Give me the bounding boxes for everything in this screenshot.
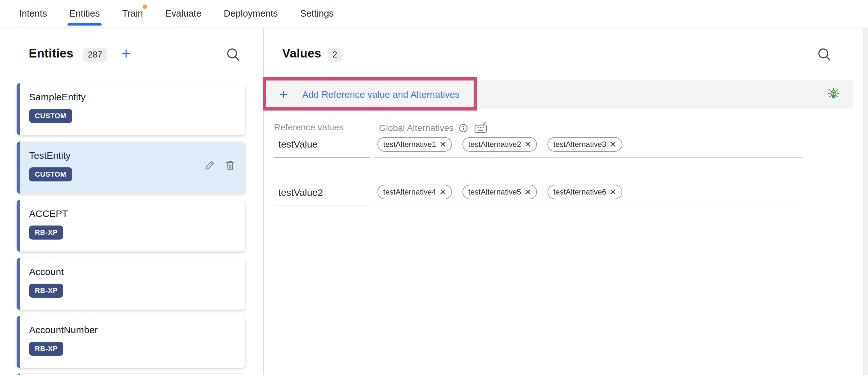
- entity-accent-bar: [17, 373, 20, 375]
- remove-chip-icon[interactable]: ✕: [610, 140, 617, 149]
- entity-accent-bar: [17, 316, 20, 368]
- add-reference-value-button[interactable]: + Add Reference value and Alternatives: [267, 80, 852, 109]
- remove-chip-icon[interactable]: ✕: [524, 188, 531, 196]
- entity-type-badge: CUSTOM: [29, 167, 72, 181]
- app-root: Intents Entities Train Evaluate Deployme…: [0, 0, 868, 375]
- tab-label: Train: [122, 8, 143, 19]
- reference-values-header: Reference values: [274, 122, 344, 132]
- remove-chip-icon[interactable]: ✕: [439, 188, 446, 196]
- entity-name: AccountNumber: [29, 324, 98, 335]
- tab-label: Entities: [69, 8, 100, 19]
- reference-value-field[interactable]: testValue2: [278, 187, 323, 198]
- entity-name: ACCEPT: [29, 208, 68, 219]
- tab-intents[interactable]: Intents: [19, 0, 47, 27]
- remove-chip-icon[interactable]: ✕: [610, 188, 617, 196]
- alternative-chip[interactable]: testAlternative5 ✕: [462, 185, 537, 199]
- entity-type-badge: RB-XP: [29, 225, 63, 240]
- entity-name: TestEntity: [29, 150, 71, 161]
- tab-label: Deployments: [224, 8, 278, 19]
- alternative-chip[interactable]: testAlternative6 ✕: [548, 185, 622, 199]
- reference-value-field[interactable]: testValue: [278, 139, 318, 150]
- tab-settings[interactable]: Settings: [300, 0, 334, 27]
- add-entity-button[interactable]: +: [121, 46, 131, 61]
- chip-label: testAlternative1: [383, 140, 436, 149]
- entity-card-account[interactable]: Account RB-XP: [17, 258, 245, 310]
- tab-label: Evaluate: [165, 8, 202, 19]
- entity-accent-bar: [17, 258, 20, 310]
- global-alternatives-header-group: Global Alternatives: [379, 121, 488, 135]
- tab-label: Settings: [300, 8, 334, 19]
- alternative-chip[interactable]: testAlternative4 ✕: [377, 185, 452, 199]
- alternatives-chip-row: testAlternative1 ✕ testAlternative2 ✕ te…: [377, 137, 622, 152]
- scrollbar-gutter: [863, 28, 868, 375]
- values-count-badge: 2: [328, 48, 342, 62]
- entity-card-testentity[interactable]: TestEntity CUSTOM: [17, 142, 245, 194]
- entity-type-badge: RB-XP: [29, 284, 63, 298]
- alternatives-underline: [374, 205, 803, 206]
- tab-entities[interactable]: Entities: [69, 0, 100, 27]
- values-panel: Values 2 + Add Reference value and Alter…: [264, 28, 863, 375]
- tab-deployments[interactable]: Deployments: [224, 0, 278, 27]
- reference-value-underline: [274, 205, 370, 206]
- global-alternatives-header: Global Alternatives: [379, 123, 454, 133]
- remove-chip-icon[interactable]: ✕: [439, 140, 446, 149]
- alternatives-underline: [374, 157, 803, 158]
- alternative-chip[interactable]: testAlternative2 ✕: [462, 137, 537, 152]
- values-search-icon[interactable]: [817, 47, 832, 62]
- info-circle-icon[interactable]: [459, 123, 468, 133]
- active-tab-indicator: [67, 23, 102, 26]
- chip-label: testAlternative6: [553, 187, 606, 196]
- entity-card-accountnumber[interactable]: AccountNumber RB-XP: [17, 316, 245, 368]
- entities-search-icon[interactable]: [226, 47, 240, 62]
- entity-accent-bar: [17, 83, 20, 135]
- entity-accent-bar: [17, 142, 20, 194]
- entity-type-badge: RB-XP: [29, 342, 63, 356]
- edit-entity-icon[interactable]: [204, 159, 216, 171]
- top-nav: Intents Entities Train Evaluate Deployme…: [0, 0, 868, 28]
- keyboard-icon[interactable]: [473, 121, 488, 135]
- lightbulb-icon[interactable]: [826, 87, 841, 101]
- chip-label: testAlternative2: [468, 140, 521, 149]
- plus-icon: +: [279, 87, 288, 102]
- entity-accent-bar: [17, 200, 20, 252]
- entities-panel: Entities 287 + SampleEntity CUSTOM TestE…: [0, 28, 264, 375]
- notification-dot: [143, 4, 147, 9]
- chip-label: testAlternative5: [468, 187, 521, 196]
- chip-label: testAlternative4: [383, 187, 436, 196]
- entity-name: SampleEntity: [29, 92, 86, 102]
- entities-panel-title: Entities: [29, 46, 73, 60]
- tab-label: Intents: [19, 8, 47, 19]
- entity-card-partial[interactable]: [17, 373, 245, 375]
- tab-evaluate[interactable]: Evaluate: [165, 0, 202, 27]
- entity-type-badge: CUSTOM: [29, 109, 72, 123]
- tab-train[interactable]: Train: [122, 0, 143, 27]
- alternatives-chip-row: testAlternative4 ✕ testAlternative5 ✕ te…: [377, 185, 622, 199]
- chip-label: testAlternative3: [553, 140, 606, 149]
- delete-entity-icon[interactable]: [224, 159, 236, 171]
- entity-card-sampleentity[interactable]: SampleEntity CUSTOM: [17, 83, 245, 135]
- add-reference-value-label: Add Reference value and Alternatives: [302, 89, 460, 100]
- entity-card-accept[interactable]: ACCEPT RB-XP: [17, 200, 245, 252]
- reference-value-underline: [274, 157, 370, 158]
- alternative-chip[interactable]: testAlternative3 ✕: [548, 137, 622, 152]
- entities-count-badge: 287: [83, 48, 107, 62]
- remove-chip-icon[interactable]: ✕: [524, 140, 531, 149]
- alternative-chip[interactable]: testAlternative1 ✕: [377, 137, 452, 152]
- values-panel-title: Values: [282, 46, 321, 60]
- entity-name: Account: [29, 267, 64, 277]
